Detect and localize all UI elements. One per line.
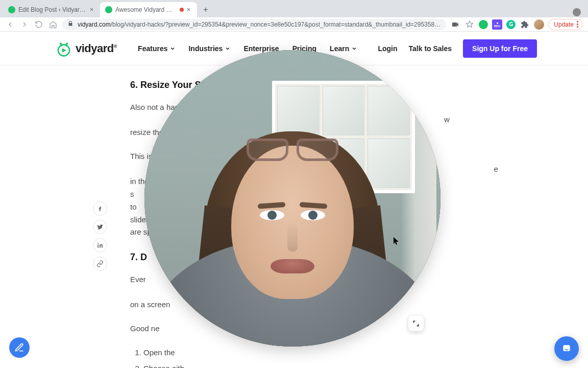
- vidyard-mark-icon: [55, 40, 72, 57]
- extensions-button[interactable]: [520, 19, 530, 30]
- share-rail: [93, 201, 107, 271]
- brand-logo[interactable]: vidyard®: [55, 40, 117, 57]
- tab-title: Edit Blog Post ‹ Vidyard — Wo: [18, 6, 87, 13]
- browser-toolbar: vidyard.com/blog/vidyard-hacks/?preview_…: [0, 17, 588, 32]
- nav-features[interactable]: Features: [138, 44, 175, 53]
- intercom-launcher[interactable]: [554, 336, 579, 361]
- share-link-button[interactable]: [93, 257, 107, 271]
- share-facebook-button[interactable]: [93, 201, 107, 216]
- chrome-profile-icon[interactable]: [573, 8, 581, 16]
- update-chrome-button[interactable]: Update: [548, 19, 583, 30]
- camera-ext-icon[interactable]: [450, 19, 460, 30]
- url-text: vidyard.com/blog/vidyard-hacks/?preview_…: [78, 21, 441, 28]
- primary-nav: Features Industries Enterprise Pricing L…: [138, 44, 357, 53]
- header-right: Login Talk to Sales Sign Up for Free: [378, 39, 537, 58]
- new-tab-button[interactable]: +: [199, 3, 212, 16]
- tabstrip: Edit Blog Post ‹ Vidyard — Wo × Awesome …: [0, 0, 588, 17]
- speaker-bubble[interactable]: [144, 50, 440, 347]
- nav-industries[interactable]: Industries: [188, 44, 230, 53]
- signup-button[interactable]: Sign Up for Free: [463, 39, 537, 58]
- svg-point-1: [60, 42, 62, 44]
- home-button[interactable]: [48, 19, 58, 30]
- kebab-menu-icon: [577, 21, 578, 28]
- favicon-vidyard-icon: [8, 6, 15, 13]
- lock-icon: [67, 20, 74, 28]
- chevron-down-icon: [170, 46, 175, 51]
- nav-learn[interactable]: Learn: [330, 44, 357, 53]
- chevron-down-icon: [225, 46, 230, 51]
- forward-button: [19, 19, 30, 30]
- steps-list: Open the Choose eith Hit Start Record. I…: [130, 347, 458, 368]
- share-twitter-button[interactable]: [93, 220, 107, 234]
- compose-fab[interactable]: [9, 337, 30, 358]
- address-bar[interactable]: vidyard.com/blog/vidyard-hacks/?preview_…: [62, 19, 446, 30]
- brand-wordmark: vidyard®: [76, 42, 117, 55]
- profile-avatar[interactable]: [534, 19, 544, 30]
- reload-button[interactable]: [34, 19, 44, 30]
- recording-indicator-icon: [180, 8, 184, 12]
- close-tab-icon[interactable]: ×: [187, 6, 192, 13]
- svg-point-2: [66, 42, 68, 44]
- tab-edit-blog[interactable]: Edit Blog Post ‹ Vidyard — Wo ×: [3, 2, 100, 17]
- browser-chrome: Edit Blog Post ‹ Vidyard — Wo × Awesome …: [0, 0, 588, 32]
- ext-recorder-icon[interactable]: ●REC: [492, 19, 502, 30]
- mouse-cursor-icon: [394, 237, 400, 247]
- login-link[interactable]: Login: [378, 44, 397, 53]
- list-item: Open the: [143, 347, 458, 359]
- share-linkedin-button[interactable]: [93, 238, 107, 252]
- list-item: Choose eith: [143, 362, 458, 368]
- svg-marker-5: [62, 48, 67, 53]
- back-button[interactable]: [5, 19, 15, 30]
- resize-bubble-button[interactable]: [408, 316, 424, 331]
- close-tab-icon[interactable]: ×: [90, 6, 95, 13]
- tab-title: Awesome Vidyard Hacks Y: [115, 6, 177, 13]
- bookmark-icon[interactable]: [464, 19, 475, 30]
- chevron-down-icon: [352, 46, 357, 51]
- talk-to-sales-link[interactable]: Talk to Sales: [409, 44, 452, 53]
- tab-awesome-hacks[interactable]: Awesome Vidyard Hacks Y ×: [100, 2, 197, 17]
- favicon-vidyard-icon: [105, 6, 112, 13]
- ext-grammarly-icon[interactable]: G: [506, 20, 516, 29]
- ext-vidyard-icon[interactable]: [479, 20, 488, 29]
- webcam-person: [231, 146, 354, 299]
